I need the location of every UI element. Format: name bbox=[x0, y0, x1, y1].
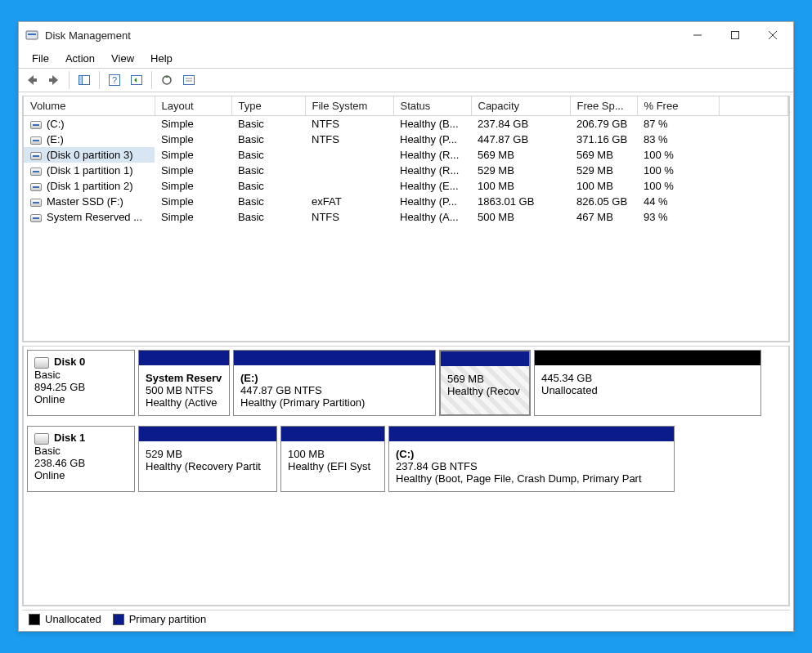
volume-row[interactable]: Master SSD (F:)SimpleBasicexFATHealthy (… bbox=[24, 194, 788, 209]
window-title: Disk Management bbox=[45, 29, 679, 42]
volume-icon bbox=[30, 183, 42, 191]
disk-name: Disk 0 bbox=[54, 356, 85, 368]
disk-icon bbox=[34, 433, 49, 445]
menu-view[interactable]: View bbox=[103, 51, 142, 66]
partition-box[interactable]: (E:)447.87 GB NTFSHealthy (Primary Parti… bbox=[233, 350, 436, 416]
column-header[interactable]: Status bbox=[393, 96, 471, 116]
titlebar: Disk Management bbox=[19, 22, 793, 48]
disk-info-box[interactable]: Disk 1Basic238.46 GBOnline bbox=[27, 426, 135, 492]
partition-title: (E:) bbox=[240, 372, 428, 384]
column-header[interactable]: File System bbox=[305, 96, 393, 116]
column-header[interactable]: Layout bbox=[155, 96, 231, 116]
legend-label: Primary partition bbox=[129, 613, 207, 625]
partition-size: 569 MB bbox=[447, 373, 523, 385]
volume-icon bbox=[30, 152, 42, 160]
volume-icon bbox=[30, 121, 42, 129]
partition-size: 237.84 GB NTFS bbox=[396, 460, 667, 472]
close-button[interactable] bbox=[754, 23, 792, 47]
legend-label: Unallocated bbox=[45, 613, 101, 625]
partition-box[interactable]: System Reserv500 MB NTFSHealthy (Active bbox=[138, 350, 230, 416]
svg-text:?: ? bbox=[112, 75, 117, 85]
show-hide-tree-button[interactable] bbox=[74, 70, 94, 90]
partition-status: Healthy (Primary Partition) bbox=[240, 396, 428, 409]
partition-status: Healthy (Recov bbox=[447, 385, 523, 397]
partition-stripe bbox=[139, 427, 276, 441]
volume-row[interactable]: (E:)SimpleBasicNTFSHealthy (P...447.87 G… bbox=[24, 132, 788, 147]
disk-row: Disk 1Basic238.46 GBOnline529 MBHealthy … bbox=[24, 423, 788, 499]
disk-type: Basic bbox=[34, 369, 128, 381]
rescan-button[interactable] bbox=[157, 70, 177, 90]
volume-list[interactable]: VolumeLayoutTypeFile SystemStatusCapacit… bbox=[22, 96, 790, 342]
volume-header-row[interactable]: VolumeLayoutTypeFile SystemStatusCapacit… bbox=[24, 96, 788, 116]
partition-stripe bbox=[535, 351, 760, 365]
volume-icon bbox=[30, 214, 42, 222]
toolbar: ? bbox=[19, 68, 793, 92]
partition-stripe bbox=[441, 351, 529, 366]
partition-stripe bbox=[139, 351, 229, 365]
disk-row: Disk 0Basic894.25 GBOnlineSystem Reserv5… bbox=[24, 347, 788, 423]
volume-row[interactable]: (C:)SimpleBasicNTFSHealthy (B...237.84 G… bbox=[24, 116, 788, 132]
partition-size: 447.87 GB NTFS bbox=[240, 384, 428, 396]
disk-status: Online bbox=[34, 469, 128, 481]
svg-rect-3 bbox=[732, 32, 739, 39]
menu-file[interactable]: File bbox=[24, 51, 57, 66]
menu-help[interactable]: Help bbox=[142, 51, 181, 66]
disk-size: 238.46 GB bbox=[34, 457, 128, 469]
disk-status: Online bbox=[34, 393, 128, 405]
disk-info-box[interactable]: Disk 0Basic894.25 GBOnline bbox=[27, 350, 135, 416]
volume-table: VolumeLayoutTypeFile SystemStatusCapacit… bbox=[24, 96, 788, 225]
partition-box[interactable]: 529 MBHealthy (Recovery Partit bbox=[138, 426, 277, 492]
partition-box[interactable]: 569 MBHealthy (Recov bbox=[439, 350, 531, 416]
back-button[interactable] bbox=[22, 70, 42, 90]
partition-size: 500 MB NTFS bbox=[146, 384, 222, 396]
column-header[interactable]: % Free bbox=[637, 96, 719, 116]
legend: UnallocatedPrimary partition bbox=[22, 610, 790, 628]
column-header[interactable]: Volume bbox=[24, 96, 155, 116]
partition-status: Healthy (Active bbox=[146, 396, 222, 409]
forward-button[interactable] bbox=[44, 70, 64, 90]
legend-swatch bbox=[113, 614, 124, 625]
menu-action[interactable]: Action bbox=[57, 51, 103, 66]
column-header[interactable]: Type bbox=[231, 96, 305, 116]
volume-row[interactable]: (Disk 0 partition 3)SimpleBasicHealthy (… bbox=[24, 147, 788, 163]
partition-stripe bbox=[281, 427, 384, 441]
volume-row[interactable]: System Reserved ...SimpleBasicNTFSHealth… bbox=[24, 209, 788, 225]
toolbar-separator bbox=[151, 71, 152, 89]
disk-management-window: Disk Management File Action View Help bbox=[18, 21, 794, 632]
volume-row[interactable]: (Disk 1 partition 1)SimpleBasicHealthy (… bbox=[24, 163, 788, 178]
disk-type: Basic bbox=[34, 445, 128, 457]
column-header[interactable]: Free Sp... bbox=[570, 96, 637, 116]
partition-box[interactable]: 445.34 GBUnallocated bbox=[534, 350, 761, 416]
toolbar-separator bbox=[69, 71, 70, 89]
volume-icon bbox=[30, 199, 42, 207]
partition-box[interactable]: 100 MBHealthy (EFI Syst bbox=[280, 426, 385, 492]
volume-row[interactable]: (Disk 1 partition 2)SimpleBasicHealthy (… bbox=[24, 178, 788, 194]
partition-box[interactable]: (C:)237.84 GB NTFSHealthy (Boot, Page Fi… bbox=[388, 426, 675, 492]
partition-size: 445.34 GB bbox=[541, 372, 754, 384]
minimize-button[interactable] bbox=[679, 23, 716, 47]
partition-status: Unallocated bbox=[541, 384, 754, 396]
maximize-button[interactable] bbox=[716, 23, 754, 47]
disk-graphical-view[interactable]: Disk 0Basic894.25 GBOnlineSystem Reserv5… bbox=[22, 346, 790, 606]
svg-rect-1 bbox=[28, 34, 36, 35]
svg-rect-12 bbox=[184, 76, 195, 85]
partition-status: Healthy (Recovery Partit bbox=[146, 460, 270, 472]
partition-title: (C:) bbox=[396, 448, 667, 460]
refresh-button[interactable] bbox=[127, 70, 146, 90]
column-header[interactable]: Capacity bbox=[471, 96, 570, 116]
volume-icon bbox=[30, 136, 42, 145]
disk-name: Disk 1 bbox=[54, 432, 85, 444]
partition-title: System Reserv bbox=[146, 372, 222, 384]
properties-button[interactable] bbox=[179, 70, 199, 90]
partition-stripe bbox=[234, 351, 435, 365]
disk-partitions: 529 MBHealthy (Recovery Partit100 MBHeal… bbox=[138, 426, 785, 492]
svg-rect-7 bbox=[79, 76, 83, 85]
partition-size: 529 MB bbox=[146, 448, 270, 460]
toolbar-separator bbox=[99, 71, 100, 89]
partition-size: 100 MB bbox=[288, 448, 378, 460]
volume-icon bbox=[30, 168, 42, 176]
menubar: File Action View Help bbox=[19, 48, 793, 68]
legend-swatch bbox=[29, 614, 40, 625]
help-button[interactable]: ? bbox=[105, 70, 124, 90]
partition-status: Healthy (Boot, Page File, Crash Dump, Pr… bbox=[396, 472, 667, 485]
